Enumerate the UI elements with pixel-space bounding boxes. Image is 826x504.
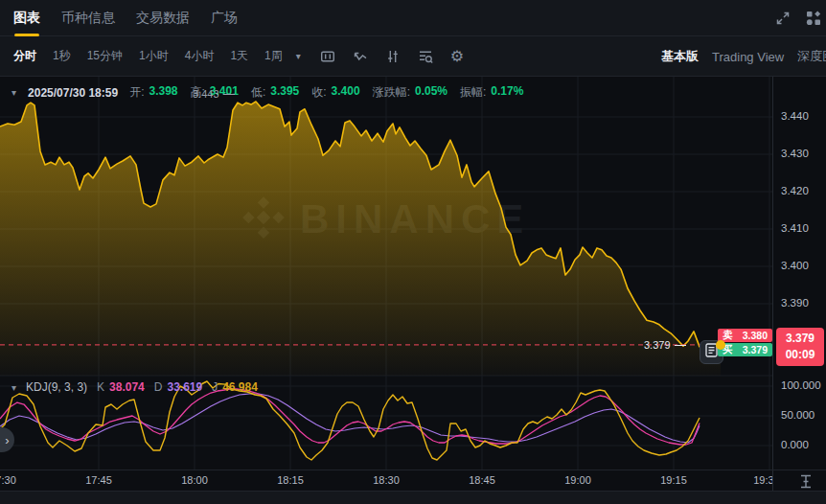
k-label: K [97, 380, 104, 394]
day-high-value: 3.443 [193, 88, 219, 100]
footer-strip [0, 491, 826, 504]
sell-price-badge[interactable]: 卖 3.380 [718, 329, 772, 342]
time-tick-label: 19:00 [559, 474, 597, 486]
kdj-tick-label: 100.000 [781, 379, 821, 391]
settings-gear-icon[interactable]: ⚙ [450, 49, 464, 64]
header-icons [774, 10, 821, 26]
time-tick-label: 17:30 [0, 474, 22, 486]
timeframe-1s[interactable]: 1秒 [53, 48, 71, 64]
time-tick-label: 17:45 [80, 474, 118, 486]
chart-toolbar: 分时1秒15分钟1小时4小时1天1周 ▾ ⚙ 基本版Trading View深度… [0, 36, 826, 77]
sell-label: 卖 [723, 329, 733, 342]
price-axis-panel[interactable]: 3.379 00:09 3.4403.4303.4203.4103.4003.3… [772, 77, 826, 491]
kdj-collapse-caret[interactable]: ▾ [11, 382, 16, 393]
ohlc-field-2: 低:3.395 [251, 84, 299, 101]
ohlc-fields: 开:3.398高:3.401低:3.395收:3.400涨跌幅:0.05%振幅:… [129, 84, 523, 101]
trend-line-drawing-icon[interactable] [353, 48, 369, 64]
candle-datetime: 2025/07/30 18:59 [28, 86, 118, 100]
k-value: 38.074 [109, 380, 145, 394]
tab-square[interactable]: 广场 [211, 0, 238, 36]
timeframe-1w[interactable]: 1周 [264, 48, 283, 64]
tab-coin-info[interactable]: 币种信息 [61, 0, 115, 36]
widgets-grid-icon[interactable] [805, 10, 821, 26]
current-price-value: 3.379 [644, 339, 671, 351]
price-tick-label: 3.390 [781, 297, 809, 309]
more-intervals-caret[interactable]: ▾ [296, 51, 301, 61]
buy-price-badge[interactable]: 买 3.379 [718, 343, 772, 356]
fullscreen-expand-icon[interactable] [774, 10, 791, 26]
d-label: D [154, 380, 163, 394]
ohlc-field-3: 收:3.400 [311, 84, 359, 101]
kdj-tick-label: 50.000 [781, 409, 815, 421]
axis-last-price: 3.379 [786, 331, 815, 347]
candlestick-interval-icon[interactable] [320, 48, 336, 64]
timeframe-time-line[interactable]: 分时 [13, 48, 36, 64]
indicator-search-icon[interactable] [418, 48, 434, 64]
buy-price: 3.379 [743, 344, 768, 355]
mode-trading-view[interactable]: Trading View [712, 50, 784, 64]
timeframe-4h[interactable]: 4小时 [185, 48, 215, 64]
price-tick-label: 3.430 [781, 148, 809, 159]
ohlc-field-5: 振幅:0.17% [460, 84, 523, 101]
tab-chart[interactable]: 图表 [13, 0, 40, 36]
annotation-dash [223, 94, 235, 95]
last-price-axis-tag: 3.379 00:09 [776, 328, 824, 366]
sell-price: 3.380 [743, 330, 768, 341]
page-tabs: 图表币种信息交易数据广场 [13, 0, 238, 36]
mode-depth-chart[interactable]: 深度图 [797, 48, 826, 65]
time-tick-label: 18:45 [463, 474, 501, 486]
mode-basic-version[interactable]: 基本版 [661, 48, 699, 65]
price-tick-label: 3.440 [781, 110, 809, 122]
page-tab-bar: 图表币种信息交易数据广场 [0, 0, 826, 36]
j-value: 46.984 [222, 380, 258, 394]
timeframe-1h[interactable]: 1小时 [139, 48, 169, 64]
timeframe-1d[interactable]: 1天 [230, 48, 248, 64]
annotation-dash [675, 345, 686, 346]
price-tick-label: 3.410 [781, 222, 809, 234]
tab-trading-data[interactable]: 交易数据 [136, 0, 190, 36]
time-tick-label: 18:30 [367, 474, 405, 486]
current-price-annotation: 3.379 [644, 339, 686, 351]
binance-trading-chart-page: 图表币种信息交易数据广场 分时1秒15分钟1小时4小时1天1周 ▾ [0, 0, 826, 504]
ohlc-field-0: 开:3.398 [129, 84, 177, 101]
time-tick-label: 19:15 [654, 474, 693, 486]
toolbar-icons: ⚙ [320, 48, 464, 64]
timeframe-15m[interactable]: 15分钟 [87, 48, 123, 64]
price-chart-canvas[interactable] [0, 77, 772, 470]
d-value: 33.619 [167, 380, 202, 394]
j-label: J [212, 380, 218, 394]
kdj-indicator-header: ▾ KDJ(9, 3, 3) K38.074 D33.619 J46.984 [11, 380, 258, 394]
time-tick-label: 18:00 [175, 474, 214, 486]
chart-mode-switch: 基本版Trading View深度图 [661, 36, 826, 77]
ohlc-collapse-caret[interactable]: ▾ [11, 87, 16, 98]
price-scale-icon[interactable] [798, 474, 814, 489]
price-tick-label: 3.400 [781, 260, 809, 271]
candle-countdown: 00:09 [786, 347, 815, 363]
ohlc-readout: ▾ 2025/07/30 18:59 开:3.398高:3.401低:3.395… [11, 84, 523, 101]
time-axis[interactable]: 19:3019:1519:0018:4518:3018:1518:0017:45… [0, 470, 826, 491]
kdj-tick-label: 0.000 [781, 439, 809, 450]
day-high-annotation: 3.443 [193, 88, 235, 100]
ohlc-field-4: 涨跌幅:0.05% [373, 84, 447, 101]
time-tick-label: 18:15 [271, 474, 310, 486]
indicator-sliders-icon[interactable] [385, 48, 402, 64]
timeframe-list: 分时1秒15分钟1小时4小时1天1周 [0, 48, 283, 64]
last-price-dot [716, 340, 725, 350]
price-tick-label: 3.420 [781, 185, 809, 196]
kdj-title: KDJ(9, 3, 3) [26, 380, 87, 394]
axis-corner [772, 470, 826, 492]
